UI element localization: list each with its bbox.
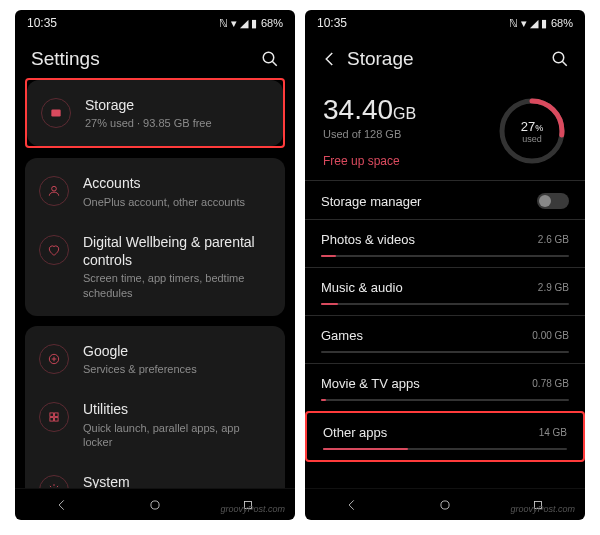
svg-line-13: [562, 61, 567, 66]
battery-pct: 68%: [261, 17, 283, 29]
settings-item-system[interactable]: System Language & keyboard, time, reset,…: [25, 461, 285, 488]
ring-used-label: used: [522, 134, 542, 144]
item-title: Google: [83, 342, 271, 360]
search-icon[interactable]: [551, 50, 569, 68]
nav-recent-icon[interactable]: [531, 498, 545, 512]
svg-line-1: [272, 61, 277, 66]
svg-rect-11: [245, 501, 252, 508]
nav-bar: [305, 488, 585, 520]
wellbeing-icon: [39, 235, 69, 265]
category-games[interactable]: Games 0.00 GB: [305, 315, 585, 363]
highlight-other-apps: Other apps 14 GB: [305, 411, 585, 462]
svg-rect-7: [50, 418, 54, 422]
item-title: Storage: [85, 96, 269, 114]
header: Storage: [305, 36, 585, 78]
category-music[interactable]: Music & audio 2.9 GB: [305, 267, 585, 315]
cat-val: 0.78 GB: [532, 378, 569, 389]
nav-recent-icon[interactable]: [241, 498, 255, 512]
battery-pct: 68%: [551, 17, 573, 29]
usage-ring: 27% used: [497, 96, 567, 166]
settings-screen: 10:35 ℕ ▾ ◢ ▮68% Settings Storage 27% us…: [15, 10, 295, 520]
storage-manager-row[interactable]: Storage manager: [305, 180, 585, 219]
nav-back-icon[interactable]: [345, 498, 359, 512]
svg-rect-8: [55, 418, 59, 422]
category-photos[interactable]: Photos & videos 2.6 GB: [305, 219, 585, 267]
settings-item-utilities[interactable]: Utilities Quick launch, parallel apps, a…: [25, 388, 285, 461]
settings-item-wellbeing[interactable]: Digital Wellbeing & parental controls Sc…: [25, 221, 285, 312]
item-title: Digital Wellbeing & parental controls: [83, 233, 271, 269]
highlight-storage: Storage 27% used · 93.85 GB free: [25, 78, 285, 148]
svg-point-10: [151, 500, 159, 508]
used-unit: GB: [393, 105, 416, 122]
utilities-icon: [39, 402, 69, 432]
status-bar: 10:35 ℕ ▾ ◢ ▮68%: [305, 10, 585, 36]
back-icon[interactable]: [321, 50, 339, 68]
cat-label: Photos & videos: [321, 232, 415, 247]
cat-label: Other apps: [323, 425, 387, 440]
nav-back-icon[interactable]: [55, 498, 69, 512]
storage-summary: 34.40GB Used of 128 GB Free up space 27%…: [305, 78, 585, 180]
cat-val: 2.6 GB: [538, 234, 569, 245]
item-title: Accounts: [83, 174, 271, 192]
category-movies[interactable]: Movie & TV apps 0.78 GB: [305, 363, 585, 411]
system-icon: [39, 475, 69, 488]
status-bar: 10:35 ℕ ▾ ◢ ▮68%: [15, 10, 295, 36]
status-icons: ℕ ▾ ◢ ▮68%: [219, 17, 283, 30]
svg-point-12: [553, 52, 564, 63]
ring-pct: 27: [521, 119, 535, 134]
item-sub: OnePlus account, other accounts: [83, 195, 271, 209]
svg-rect-5: [50, 413, 54, 417]
storage-icon: [41, 98, 71, 128]
item-sub: Services & preferences: [83, 362, 271, 376]
page-title: Storage: [347, 48, 414, 70]
settings-item-accounts[interactable]: Accounts OnePlus account, other accounts: [25, 162, 285, 220]
svg-rect-17: [535, 501, 542, 508]
search-icon[interactable]: [261, 50, 279, 68]
clock: 10:35: [317, 16, 347, 30]
svg-point-0: [263, 52, 274, 63]
google-icon: [39, 344, 69, 374]
item-title: System: [83, 473, 271, 488]
header: Settings: [15, 36, 295, 78]
nav-home-icon[interactable]: [148, 498, 162, 512]
item-sub: 27% used · 93.85 GB free: [85, 116, 269, 130]
total-label: Used of 128 GB: [323, 128, 481, 140]
item-title: Utilities: [83, 400, 271, 418]
cat-val: 2.9 GB: [538, 282, 569, 293]
svg-rect-2: [51, 110, 60, 117]
svg-rect-6: [55, 413, 59, 417]
storage-detail: 34.40GB Used of 128 GB Free up space 27%…: [305, 78, 585, 488]
free-up-space-link[interactable]: Free up space: [323, 154, 481, 168]
cat-val: 14 GB: [539, 427, 567, 438]
settings-item-google[interactable]: Google Services & preferences: [25, 330, 285, 388]
storage-screen: 10:35 ℕ ▾ ◢ ▮68% Storage 34.40GB Used of…: [305, 10, 585, 520]
storage-manager-label: Storage manager: [321, 194, 421, 209]
item-sub: Screen time, app timers, bedtime schedul…: [83, 271, 271, 300]
nav-home-icon[interactable]: [438, 498, 452, 512]
cat-label: Music & audio: [321, 280, 403, 295]
used-gb: 34.40: [323, 94, 393, 125]
ring-pct-unit: %: [535, 123, 543, 133]
settings-list: Storage 27% used · 93.85 GB free Account…: [15, 78, 295, 488]
settings-item-storage[interactable]: Storage 27% used · 93.85 GB free: [27, 84, 283, 142]
svg-point-16: [441, 500, 449, 508]
page-title: Settings: [31, 48, 100, 70]
cat-val: 0.00 GB: [532, 330, 569, 341]
status-icons: ℕ ▾ ◢ ▮68%: [509, 17, 573, 30]
storage-manager-toggle[interactable]: [537, 193, 569, 209]
category-other-apps[interactable]: Other apps 14 GB: [307, 413, 583, 460]
cat-label: Movie & TV apps: [321, 376, 420, 391]
nav-bar: [15, 488, 295, 520]
svg-point-3: [52, 187, 57, 192]
item-sub: Quick launch, parallel apps, app locker: [83, 421, 271, 450]
accounts-icon: [39, 176, 69, 206]
clock: 10:35: [27, 16, 57, 30]
cat-label: Games: [321, 328, 363, 343]
